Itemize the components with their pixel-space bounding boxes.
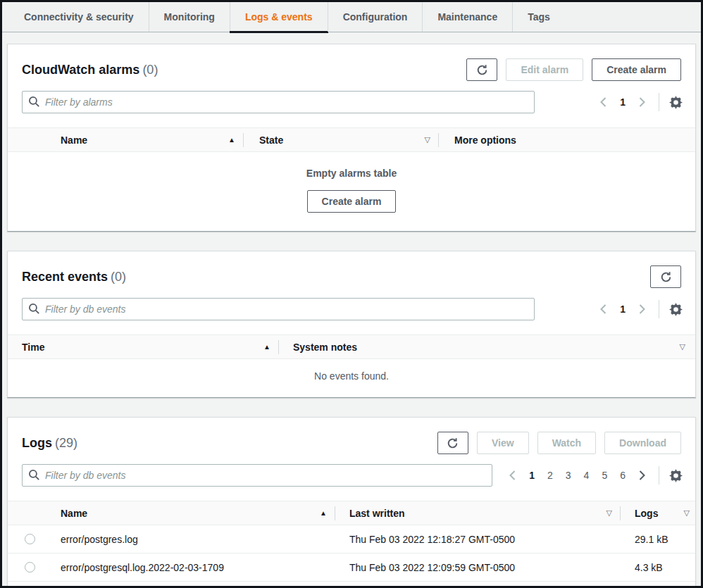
- column-label: Name: [61, 135, 87, 146]
- logs-filter: [22, 464, 492, 487]
- cloudwatch-alarms-count: (0): [139, 63, 158, 77]
- logs-prev-page-icon[interactable]: [509, 470, 516, 481]
- alarms-page-number[interactable]: 1: [620, 96, 626, 108]
- logs-page-5[interactable]: 5: [602, 470, 607, 481]
- filter-caret-icon[interactable]: ▽: [425, 135, 430, 144]
- tab-configuration[interactable]: Configuration: [328, 2, 423, 32]
- create-alarm-button[interactable]: Create alarm: [592, 58, 681, 81]
- logs-page-1[interactable]: 1: [529, 470, 535, 481]
- filter-caret-icon[interactable]: ▽: [606, 508, 612, 518]
- column-label: Time: [22, 342, 44, 353]
- sort-ascending-icon[interactable]: ▲: [263, 343, 270, 351]
- logs-next-page-icon[interactable]: [638, 470, 646, 481]
- alarms-empty-title: Empty alarms table: [8, 168, 695, 179]
- logs-column-last-written[interactable]: Last written ▽: [335, 508, 621, 519]
- alarms-column-name[interactable]: Name ▲: [61, 135, 244, 146]
- search-icon: [28, 96, 40, 111]
- sort-ascending-icon[interactable]: ▲: [228, 136, 235, 144]
- column-label: System notes: [293, 342, 357, 353]
- cloudwatch-alarms-title-text: CloudWatch alarms: [22, 63, 139, 77]
- events-pagination: 1: [599, 304, 646, 315]
- row-radio-button[interactable]: [25, 562, 35, 573]
- logs-page-2[interactable]: 2: [547, 470, 553, 481]
- tab-maintenance[interactable]: Maintenance: [422, 2, 512, 32]
- alarms-empty-create-alarm-button[interactable]: Create alarm: [307, 190, 397, 213]
- alarms-pagination: 1: [599, 96, 646, 108]
- log-size: 29.1 kB: [621, 534, 695, 545]
- tab-logs-events[interactable]: Logs & events: [230, 2, 328, 32]
- refresh-icon: [447, 437, 459, 449]
- events-table-header: Time ▲ System notes ▽: [8, 334, 695, 359]
- refresh-icon: [660, 271, 672, 283]
- divider: [659, 300, 659, 318]
- logs-page-3[interactable]: 3: [566, 470, 571, 481]
- logs-pagination: 1 2 3 4 5 6: [509, 470, 646, 481]
- log-last-written: Thu Feb 03 2022 12:09:59 GMT-0500: [335, 562, 621, 573]
- view-log-button[interactable]: View: [477, 432, 529, 454]
- logs-title: Logs(29): [22, 436, 77, 451]
- column-label: Name: [61, 508, 87, 519]
- sort-ascending-icon[interactable]: ▲: [320, 509, 327, 517]
- events-filter-input[interactable]: [22, 298, 535, 320]
- search-icon: [28, 469, 40, 484]
- divider: [659, 466, 659, 484]
- cloudwatch-alarms-title: CloudWatch alarms(0): [22, 63, 158, 77]
- logs-page-4[interactable]: 4: [584, 470, 590, 481]
- column-label: State: [244, 135, 283, 146]
- watch-log-button[interactable]: Watch: [537, 432, 596, 454]
- recent-events-title: Recent events(0): [22, 270, 126, 284]
- logs-settings-gear-icon[interactable]: [669, 469, 683, 482]
- logs-filter-input[interactable]: [22, 464, 492, 487]
- alarms-column-state[interactable]: State ▽: [244, 135, 439, 146]
- recent-events-count: (0): [108, 270, 126, 284]
- log-name: error/postgresql.log.2022-02-03-1709: [61, 562, 335, 573]
- events-refresh-button[interactable]: [650, 265, 681, 288]
- column-label: More options: [439, 135, 516, 146]
- events-empty-message: No events found.: [8, 359, 695, 397]
- events-column-time[interactable]: Time ▲: [8, 342, 279, 353]
- events-settings-gear-icon[interactable]: [669, 303, 683, 316]
- tab-tags[interactable]: Tags: [512, 2, 565, 32]
- events-page-number[interactable]: 1: [620, 304, 626, 315]
- logs-table-header: Name ▲ Last written ▽ Logs ▽: [8, 501, 695, 525]
- refresh-icon: [476, 64, 488, 76]
- alarms-filter-input[interactable]: [22, 91, 535, 113]
- alarms-column-more-options: More options: [439, 135, 695, 146]
- log-row-postgres-log[interactable]: error/postgres.log Thu Feb 03 2022 12:18…: [8, 525, 695, 553]
- events-column-system-notes[interactable]: System notes ▽: [279, 342, 695, 353]
- column-label: Last written: [349, 508, 405, 519]
- alarms-empty-state: Empty alarms table Create alarm: [8, 152, 695, 231]
- alarms-filter: [22, 91, 535, 113]
- logs-title-text: Logs: [22, 436, 52, 450]
- log-row-postgresql-1710[interactable]: error/postgresql.log.2022-02-03-1710 Thu…: [8, 582, 695, 588]
- search-icon: [28, 303, 40, 318]
- events-prev-page-icon[interactable]: [599, 304, 607, 315]
- logs-column-name[interactable]: Name ▲: [61, 508, 335, 519]
- divider: [659, 93, 659, 111]
- logs-page-6[interactable]: 6: [620, 470, 626, 481]
- alarms-prev-page-icon[interactable]: [599, 96, 607, 108]
- log-size: 4.3 kB: [621, 562, 695, 573]
- column-label: Logs: [635, 508, 658, 519]
- logs-refresh-button[interactable]: [437, 432, 468, 454]
- recent-events-title-text: Recent events: [22, 270, 108, 284]
- logs-card: Logs(29) View Watch Download: [7, 417, 696, 588]
- log-row-postgresql-1709[interactable]: error/postgresql.log.2022-02-03-1709 Thu…: [8, 553, 695, 582]
- detail-tabs: Connectivity & security Monitoring Logs …: [2, 2, 701, 32]
- log-last-written: Thu Feb 03 2022 12:18:27 GMT-0500: [335, 534, 621, 545]
- alarms-next-page-icon[interactable]: [638, 96, 646, 108]
- events-next-page-icon[interactable]: [638, 304, 646, 315]
- filter-caret-icon[interactable]: ▽: [684, 508, 690, 518]
- edit-alarm-button[interactable]: Edit alarm: [506, 58, 583, 81]
- alarms-table-header: Name ▲ State ▽ More options: [8, 127, 695, 152]
- tab-connectivity-security[interactable]: Connectivity & security: [9, 2, 149, 32]
- app-window: Connectivity & security Monitoring Logs …: [0, 0, 703, 588]
- download-log-button[interactable]: Download: [604, 432, 681, 454]
- row-radio-button[interactable]: [25, 534, 35, 544]
- recent-events-card: Recent events(0): [7, 251, 696, 398]
- alarms-refresh-button[interactable]: [466, 58, 497, 81]
- filter-caret-icon[interactable]: ▽: [680, 342, 685, 351]
- logs-column-logs[interactable]: Logs ▽: [621, 508, 695, 519]
- alarms-settings-gear-icon[interactable]: [669, 96, 683, 109]
- tab-monitoring[interactable]: Monitoring: [149, 2, 230, 32]
